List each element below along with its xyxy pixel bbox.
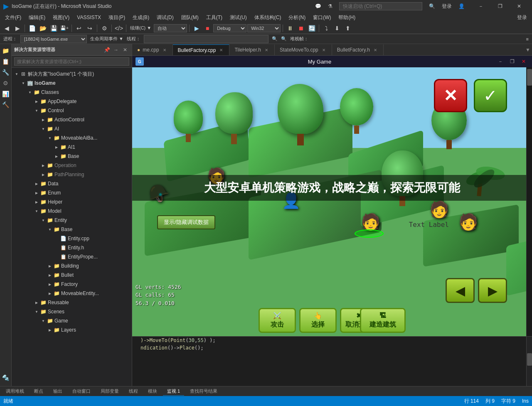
lifecycle-btn[interactable]: 生命周期事件 ▼: [90, 36, 123, 42]
sol-close-btn[interactable]: ✕: [121, 46, 129, 54]
tree-item-entity-h[interactable]: 📋Entity.h: [12, 243, 132, 252]
tab-tilehelper-h[interactable]: TileHelper.h ✕: [229, 44, 275, 55]
tb-newfile-btn[interactable]: 📄: [27, 24, 37, 33]
tb-play-btn[interactable]: ▶: [192, 24, 202, 33]
tb-config-select[interactable]: 自动: [154, 24, 187, 32]
select-btn[interactable]: 👆 选择: [299, 308, 337, 333]
tree-item-project[interactable]: ▼🏢IsoGame: [12, 79, 132, 88]
tb-saveall-btn[interactable]: 💾+: [59, 24, 69, 33]
menu-help[interactable]: 帮助(H): [335, 13, 359, 22]
code-scrollbar[interactable]: [526, 337, 532, 386]
tb-debug-select[interactable]: Debug: [213, 24, 246, 32]
thread-filter-input[interactable]: [144, 35, 268, 43]
filter-icon2[interactable]: 🔍: [272, 36, 278, 42]
tab-scroll-btn[interactable]: ▼: [524, 44, 532, 55]
tab-bf-close[interactable]: ✕: [218, 47, 224, 53]
tree-item-pathplanning[interactable]: ▶📁PathPlanning: [12, 170, 132, 179]
left-icon-6[interactable]: 🔨: [1, 100, 11, 110]
bot-tab-threads[interactable]: 线程: [125, 387, 142, 395]
debug-toggle-btn[interactable]: 显示/隐藏调试数据: [157, 215, 215, 229]
tb-open-btn[interactable]: 📂: [38, 24, 48, 33]
tb-code-btn[interactable]: </>: [114, 24, 124, 33]
tab-bfh-close[interactable]: ✕: [372, 47, 378, 53]
left-icon-2[interactable]: 📋: [1, 57, 11, 66]
game-minimize-btn[interactable]: －: [495, 57, 505, 66]
tree-item-moveableentity[interactable]: ▶📁MoveableEntity...: [12, 289, 132, 298]
menu-edit[interactable]: 编辑(E): [25, 13, 49, 22]
tree-item-ai1[interactable]: ▶📁AI1: [12, 143, 132, 152]
tree-item-enum[interactable]: ▶📁Enum: [12, 188, 132, 197]
tab-statemovetocpp[interactable]: StateMoveTo.cpp ✕: [275, 44, 332, 55]
tab-me-cpp-close[interactable]: ✕: [162, 47, 167, 53]
game-window[interactable]: G My Game － ❐ ✕: [132, 56, 532, 336]
tb-step-out[interactable]: ⬆: [343, 24, 353, 33]
bot-tab-locals[interactable]: 局部变量: [96, 387, 123, 395]
choice-check-btn[interactable]: ✓: [474, 79, 507, 112]
signin-btn[interactable]: 登录: [442, 3, 452, 10]
maximize-btn[interactable]: ❐: [490, 0, 510, 12]
tb-forward-btn[interactable]: ▶: [12, 24, 22, 33]
menu-build[interactable]: 生成(B): [129, 13, 153, 22]
tree-item-entityprope[interactable]: 📋EntityPrope...: [12, 252, 132, 261]
tree-item-entity-cpp[interactable]: 📄Entity.cpp: [12, 234, 132, 243]
tb-step-into[interactable]: ⬇: [332, 24, 342, 33]
notification-icon[interactable]: 💬: [315, 3, 321, 9]
tree-item-bullet[interactable]: ▶📁Bullet: [12, 271, 132, 280]
tree-item-entity-base[interactable]: ▼📁Base: [12, 225, 132, 234]
bot-tab-callstack[interactable]: 调用堆栈: [2, 387, 28, 395]
menu-test[interactable]: 测试(U): [227, 13, 250, 22]
left-icon-4[interactable]: ⚙: [1, 78, 11, 88]
menu-team[interactable]: 团队(M): [178, 13, 202, 22]
user-icon[interactable]: 👤: [458, 3, 465, 9]
game-title-bar[interactable]: G My Game － ❐ ✕: [132, 56, 532, 67]
tree-item-moveableaibase[interactable]: ▼📁MoveableAiBa...: [12, 133, 132, 143]
tb-stop-btn[interactable]: ■: [202, 24, 212, 33]
menu-project[interactable]: 项目(P): [105, 13, 128, 22]
arrow-right-btn[interactable]: ▶: [478, 278, 507, 303]
tree-item-model[interactable]: ▼📁Model: [12, 207, 132, 216]
tree-item-base[interactable]: ▶📁Base: [12, 152, 132, 161]
menu-view[interactable]: 视图(V): [49, 13, 73, 22]
sol-search-input[interactable]: [14, 57, 129, 66]
bot-tab-findsym[interactable]: 查找符号结果: [186, 387, 222, 395]
game-restore-btn[interactable]: ❐: [507, 57, 517, 66]
tree-item-operation[interactable]: ▶📁Operation: [12, 161, 132, 170]
game-viewport[interactable]: 🪖 ● 🧑 👤 🧑 🧑 🧑 ✕: [132, 67, 532, 336]
tab-bulletfactory-cpp[interactable]: BulletFactory.cpp ✕: [173, 44, 230, 55]
menu-tools[interactable]: 工具(T): [203, 13, 226, 22]
game-scrollbar-thumb[interactable]: [527, 69, 532, 86]
tree-item-layers[interactable]: ▶📁Layers: [12, 325, 132, 335]
tree-item-game[interactable]: ▼📁Game: [12, 316, 132, 325]
game-scrollbar[interactable]: [526, 67, 532, 336]
tb-stop2-btn[interactable]: ⏹: [296, 24, 306, 33]
left-icon-5[interactable]: 📊: [1, 89, 11, 99]
left-icon-3[interactable]: 🔧: [1, 67, 11, 77]
bot-tab-output[interactable]: 输出: [49, 387, 66, 395]
filter-icon[interactable]: ⚗: [328, 3, 332, 9]
quick-launch-input[interactable]: [339, 2, 422, 10]
tree-item-reusable[interactable]: ▶📁Reusable: [12, 298, 132, 307]
tree-item-building[interactable]: ▶📁Building: [12, 261, 132, 271]
left-icon-7[interactable]: 🔩: [1, 373, 11, 383]
bot-tab-breakpoints[interactable]: 断点: [30, 387, 47, 395]
bot-tab-modules[interactable]: 模块: [144, 387, 161, 395]
bot-tab-watch1[interactable]: 监视 1: [163, 387, 184, 396]
tree-item-control[interactable]: ▼📁Control: [12, 106, 132, 115]
process-select[interactable]: [18824] IsoGame.exe: [20, 35, 87, 43]
tab-sm-close[interactable]: ✕: [321, 47, 327, 53]
tb-back-btn[interactable]: ◀: [2, 24, 12, 33]
tab-bulletfactory-h[interactable]: BulletFactory.h ✕: [332, 44, 384, 55]
tree-item-ai[interactable]: ▼📁AI: [12, 124, 132, 133]
tb-expand-btn[interactable]: ≡: [526, 37, 529, 42]
tb-platform-select[interactable]: Win32: [247, 24, 281, 32]
search-icon[interactable]: 🔍: [429, 3, 435, 9]
sol-arrow-btn[interactable]: →: [112, 46, 120, 54]
tb-step-over[interactable]: ⤵: [321, 24, 331, 33]
arrow-left-btn[interactable]: ◀: [446, 278, 475, 303]
menu-debug[interactable]: 调试(D): [153, 13, 177, 22]
tb-settings-btn[interactable]: ⚙: [99, 24, 109, 33]
tree-item-factory[interactable]: ▶📁Factory: [12, 280, 132, 289]
choice-x-btn[interactable]: ✕: [434, 79, 467, 112]
build-btn[interactable]: 🏗 建造建筑: [360, 308, 406, 333]
code-scrollbar-thumb[interactable]: [527, 353, 532, 366]
